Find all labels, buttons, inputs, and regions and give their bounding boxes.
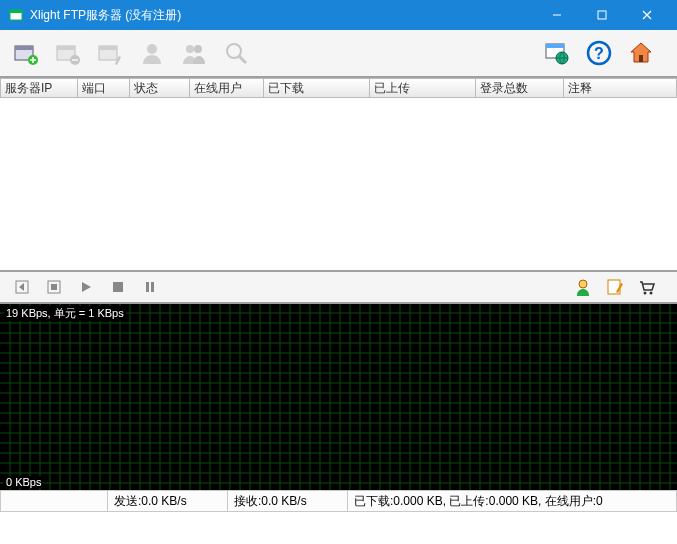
svg-point-31 bbox=[579, 280, 587, 288]
svg-rect-29 bbox=[146, 282, 149, 292]
chart-grid bbox=[0, 304, 677, 490]
svg-rect-27 bbox=[51, 284, 57, 290]
svg-rect-24 bbox=[639, 55, 643, 62]
table-body[interactable] bbox=[0, 98, 677, 270]
status-recv: 接收:0.0 KB/s bbox=[228, 490, 348, 512]
main-toolbar: ? bbox=[0, 30, 677, 78]
col-comment[interactable]: 注释 bbox=[564, 78, 677, 98]
status-bar: 发送:0.0 KB/s 接收:0.0 KB/s 已下载:0.000 KB, 已上… bbox=[0, 490, 677, 512]
play-button[interactable] bbox=[74, 275, 98, 299]
svg-point-17 bbox=[227, 44, 241, 58]
minimize-button[interactable] bbox=[534, 0, 579, 30]
stop-button[interactable] bbox=[42, 275, 66, 299]
skip-back-button[interactable] bbox=[10, 275, 34, 299]
svg-point-33 bbox=[644, 292, 647, 295]
status-blank bbox=[0, 490, 108, 512]
playback-toolbar bbox=[0, 270, 677, 304]
search-button[interactable] bbox=[220, 37, 252, 69]
window-title: Xlight FTP服务器 (没有注册) bbox=[30, 7, 534, 24]
users-group-button[interactable] bbox=[178, 37, 210, 69]
svg-rect-10 bbox=[57, 46, 75, 50]
table-header: 服务器IP 端口 状态 在线用户 已下载 已上传 登录总数 注释 bbox=[0, 78, 677, 98]
chart-max-label: 19 KBps, 单元 = 1 KBps bbox=[4, 306, 126, 321]
app-icon bbox=[8, 7, 24, 23]
help-button[interactable]: ? bbox=[583, 37, 615, 69]
stop-solid-button[interactable] bbox=[106, 275, 130, 299]
svg-point-34 bbox=[650, 292, 653, 295]
svg-rect-30 bbox=[151, 282, 154, 292]
edit-log-button[interactable] bbox=[603, 275, 627, 299]
svg-rect-3 bbox=[598, 11, 606, 19]
bandwidth-chart: 19 KBps, 单元 = 1 KBps 0 KBps bbox=[0, 304, 677, 490]
col-status[interactable]: 状态 bbox=[130, 78, 190, 98]
svg-point-16 bbox=[194, 45, 202, 53]
svg-rect-7 bbox=[15, 46, 33, 50]
remove-server-button[interactable] bbox=[52, 37, 84, 69]
cart-icon[interactable] bbox=[635, 275, 659, 299]
svg-rect-20 bbox=[546, 44, 564, 48]
svg-text:?: ? bbox=[594, 45, 604, 62]
col-server-ip[interactable]: 服务器IP bbox=[0, 78, 78, 98]
svg-point-14 bbox=[147, 44, 157, 54]
global-settings-button[interactable] bbox=[541, 37, 573, 69]
close-button[interactable] bbox=[624, 0, 669, 30]
add-server-button[interactable] bbox=[10, 37, 42, 69]
status-send: 发送:0.0 KB/s bbox=[108, 490, 228, 512]
server-settings-button[interactable] bbox=[94, 37, 126, 69]
svg-line-18 bbox=[239, 56, 246, 63]
svg-rect-1 bbox=[10, 10, 22, 13]
home-button[interactable] bbox=[625, 37, 657, 69]
col-login-total[interactable]: 登录总数 bbox=[476, 78, 564, 98]
chart-min-label: 0 KBps bbox=[4, 476, 43, 488]
maximize-button[interactable] bbox=[579, 0, 624, 30]
server-table: 服务器IP 端口 状态 在线用户 已下载 已上传 登录总数 注释 bbox=[0, 78, 677, 270]
col-online-users[interactable]: 在线用户 bbox=[190, 78, 264, 98]
pause-button[interactable] bbox=[138, 275, 162, 299]
status-totals: 已下载:0.000 KB, 已上传:0.000 KB, 在线用户:0 bbox=[348, 490, 677, 512]
svg-point-15 bbox=[186, 45, 194, 53]
svg-rect-28 bbox=[113, 282, 123, 292]
col-downloaded[interactable]: 已下载 bbox=[264, 78, 370, 98]
online-user-icon[interactable] bbox=[571, 275, 595, 299]
col-port[interactable]: 端口 bbox=[78, 78, 130, 98]
user-button[interactable] bbox=[136, 37, 168, 69]
svg-rect-35 bbox=[0, 304, 677, 490]
svg-rect-13 bbox=[99, 46, 117, 50]
col-uploaded[interactable]: 已上传 bbox=[370, 78, 476, 98]
titlebar: Xlight FTP服务器 (没有注册) bbox=[0, 0, 677, 30]
